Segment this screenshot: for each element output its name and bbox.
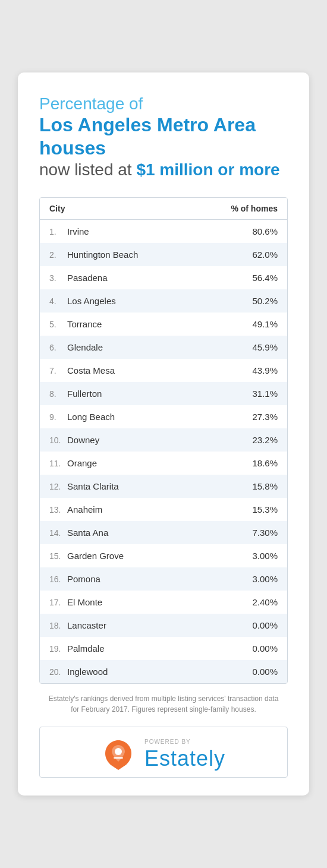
row-rank: 15.	[49, 551, 66, 561]
row-city: Palmdale	[67, 643, 252, 654]
row-rank: 4.	[49, 296, 66, 306]
title-line1: Percentage of	[39, 94, 288, 114]
table-row: 19.Palmdale0.00%	[40, 637, 287, 660]
row-percentage: 0.00%	[252, 620, 278, 630]
row-city: Costa Mesa	[67, 365, 252, 375]
row-city: Anaheim	[67, 504, 252, 515]
table-row: 18.Lancaster0.00%	[40, 614, 287, 637]
powered-by-section: POWERED BY Estately	[39, 727, 288, 778]
table-row: 20.Inglewood0.00%	[40, 660, 287, 683]
row-rank: 9.	[49, 412, 66, 422]
row-city: Lancaster	[67, 620, 252, 630]
table-row: 17.El Monte2.40%	[40, 591, 287, 614]
row-rank: 16.	[49, 575, 66, 584]
row-rank: 5.	[49, 320, 66, 329]
row-percentage: 80.6%	[252, 226, 278, 236]
row-percentage: 15.3%	[252, 504, 278, 515]
table-row: 2.Huntington Beach62.0%	[40, 243, 287, 266]
row-percentage: 45.9%	[252, 342, 278, 352]
row-rank: 10.	[49, 435, 66, 445]
row-percentage: 0.00%	[252, 643, 278, 654]
title-section: Percentage of Los Angeles Metro Area hou…	[39, 94, 288, 181]
row-rank: 20.	[49, 667, 66, 677]
table-row: 11.Orange18.6%	[40, 452, 287, 475]
table-row: 1.Irvine80.6%	[40, 220, 287, 243]
row-city: Inglewood	[67, 667, 252, 677]
row-city: Santa Ana	[67, 528, 252, 538]
title-line3: now listed at $1 million or more	[39, 159, 288, 181]
estately-logo-icon	[102, 738, 135, 771]
table-row: 3.Pasadena56.4%	[40, 266, 287, 289]
powered-by-label: POWERED BY	[144, 738, 225, 745]
table-row: 16.Pomona3.00%	[40, 567, 287, 591]
brand-name: Estately	[144, 746, 225, 771]
main-card: Percentage of Los Angeles Metro Area hou…	[18, 72, 309, 796]
row-city: Glendale	[67, 342, 252, 352]
table-body: 1.Irvine80.6%2.Huntington Beach62.0%3.Pa…	[40, 220, 287, 683]
row-city: Irvine	[67, 226, 252, 236]
row-percentage: 3.00%	[252, 574, 278, 584]
footnote: Estately's rankings derived from multipl…	[39, 693, 288, 715]
row-rank: 17.	[49, 598, 66, 607]
row-rank: 2.	[49, 250, 66, 260]
row-city: Long Beach	[67, 412, 252, 422]
row-percentage: 31.1%	[252, 389, 278, 399]
table-row: 7.Costa Mesa43.9%	[40, 359, 287, 382]
table-row: 6.Glendale45.9%	[40, 336, 287, 359]
row-rank: 18.	[49, 621, 66, 630]
row-rank: 8.	[49, 389, 66, 399]
row-rank: 1.	[49, 227, 66, 236]
table-row: 10.Downey23.2%	[40, 428, 287, 452]
row-rank: 12.	[49, 482, 66, 491]
table-row: 8.Fullerton31.1%	[40, 382, 287, 405]
title-line2: Los Angeles Metro Area houses	[39, 113, 288, 159]
row-rank: 6.	[49, 343, 66, 352]
row-rank: 13.	[49, 505, 66, 515]
table-row: 4.Los Angeles50.2%	[40, 289, 287, 313]
row-percentage: 43.9%	[252, 365, 278, 375]
row-city: Pomona	[67, 574, 252, 584]
row-rank: 14.	[49, 528, 66, 538]
row-city: Santa Clarita	[67, 481, 252, 491]
row-percentage: 56.4%	[252, 273, 278, 283]
row-rank: 19.	[49, 644, 66, 654]
row-rank: 7.	[49, 366, 66, 375]
row-city: Fullerton	[67, 389, 252, 399]
table-row: 5.Torrance49.1%	[40, 313, 287, 336]
row-city: Garden Grove	[67, 551, 252, 561]
svg-rect-1	[114, 757, 123, 759]
table-header: City % of homes	[40, 198, 287, 220]
table-row: 9.Long Beach27.3%	[40, 405, 287, 428]
data-table: City % of homes 1.Irvine80.6%2.Huntingto…	[39, 197, 288, 684]
row-rank: 11.	[49, 459, 66, 468]
title-line3-plain: now listed at	[39, 160, 136, 179]
row-percentage: 0.00%	[252, 667, 278, 677]
row-percentage: 15.8%	[252, 481, 278, 491]
row-percentage: 27.3%	[252, 412, 278, 422]
row-city: Torrance	[67, 319, 252, 329]
row-percentage: 50.2%	[252, 296, 278, 306]
svg-point-0	[115, 748, 122, 755]
row-city: Orange	[67, 458, 252, 468]
row-rank: 3.	[49, 273, 66, 283]
table-row: 12.Santa Clarita15.8%	[40, 475, 287, 498]
table-row: 15.Garden Grove3.00%	[40, 544, 287, 567]
table-row: 14.Santa Ana7.30%	[40, 521, 287, 544]
column-header-city: City	[49, 204, 65, 213]
column-header-pct: % of homes	[231, 204, 278, 213]
row-city: Los Angeles	[67, 296, 252, 306]
row-percentage: 3.00%	[252, 551, 278, 561]
row-city: Huntington Beach	[67, 250, 252, 260]
row-percentage: 18.6%	[252, 458, 278, 468]
row-percentage: 2.40%	[252, 597, 278, 607]
table-row: 13.Anaheim15.3%	[40, 498, 287, 521]
row-percentage: 62.0%	[252, 250, 278, 260]
brand-section: POWERED BY Estately	[144, 738, 225, 771]
title-line3-bold: $1 million or more	[136, 160, 279, 179]
row-city: El Monte	[67, 597, 252, 607]
row-percentage: 7.30%	[252, 528, 278, 538]
row-city: Downey	[67, 435, 252, 445]
row-city: Pasadena	[67, 273, 252, 283]
row-percentage: 23.2%	[252, 435, 278, 445]
row-percentage: 49.1%	[252, 319, 278, 329]
